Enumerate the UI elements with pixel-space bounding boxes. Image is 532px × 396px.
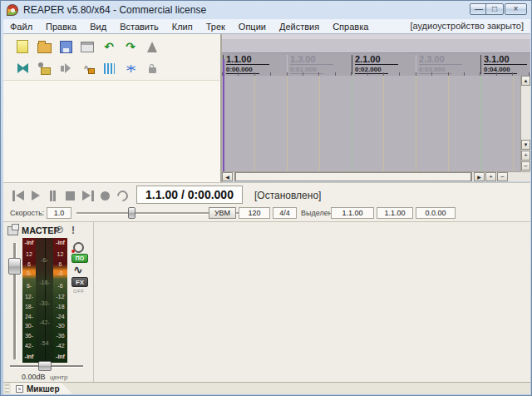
open-project-button[interactable]	[33, 38, 55, 55]
undo-button[interactable]: ↶	[98, 38, 120, 55]
time-signature-field[interactable]: 4/4	[273, 207, 297, 219]
track-list-empty-area[interactable]	[3, 80, 220, 183]
undo-icon: ↶	[104, 41, 114, 52]
grid-line	[416, 76, 416, 171]
envelope-lock-button[interactable]: ∿	[76, 60, 98, 77]
lock-button[interactable]	[141, 60, 163, 77]
go-to-end-icon	[91, 191, 94, 201]
record-button[interactable]	[97, 187, 113, 204]
envelope-icon[interactable]: ∿	[73, 264, 83, 275]
stop-button[interactable]	[62, 187, 78, 204]
reaper-logo-icon	[7, 4, 18, 16]
redo-button[interactable]: ↷	[120, 38, 141, 55]
project-settings-button[interactable]	[76, 38, 98, 55]
master-mute-icon[interactable]: ⊘	[55, 224, 64, 235]
selection-start-field[interactable]: 1.1.00	[331, 207, 374, 219]
selection-end-field[interactable]: 1.1.00	[377, 207, 413, 219]
menu-item-help[interactable]: Справка	[326, 21, 375, 32]
pan-slider-thumb[interactable]	[38, 361, 52, 371]
meter-scale: 0-	[22, 270, 36, 277]
bpm-mode-button[interactable]: УВМ	[209, 207, 236, 219]
routing-icon[interactable]	[7, 226, 18, 235]
media-explorer-button[interactable]	[33, 60, 55, 77]
menu-item-view[interactable]: Вид	[83, 21, 113, 32]
meter-scale: 42-	[22, 343, 36, 349]
lock-icon	[149, 67, 156, 73]
transport-position-display[interactable]: 1.1.00 / 0:00.000	[136, 186, 243, 204]
horizontal-scrollbar[interactable]: ◀ ▶ + −	[222, 171, 530, 181]
record-monitor-icon[interactable]	[73, 242, 84, 253]
save-project-button[interactable]	[55, 38, 76, 55]
rate-slider-thumb[interactable]	[128, 207, 135, 219]
grid-line	[319, 76, 320, 171]
metronome-button[interactable]	[141, 38, 163, 55]
vertical-scrollbar[interactable]: ▲ ▼ + −	[520, 76, 530, 171]
crossfade-button[interactable]	[12, 60, 33, 77]
scroll-right-button[interactable]: ▶	[474, 172, 485, 181]
repeat-button[interactable]	[115, 187, 131, 204]
envelope-lock-icon: ∿	[83, 63, 91, 73]
mono-button[interactable]: ПО	[71, 254, 88, 263]
menu-item-actions[interactable]: Действия	[273, 21, 326, 32]
play-button[interactable]	[27, 187, 43, 204]
edit-cursor[interactable]	[223, 59, 224, 171]
volume-readout[interactable]: 0.00dB	[22, 373, 46, 381]
timeline-ruler[interactable]: 1.1.00 0:00.000 1.3.00 0:01.000 2.1.00 0…	[222, 53, 530, 76]
menu-item-insert[interactable]: Вставить	[113, 21, 165, 32]
grid-line	[287, 76, 288, 171]
snap-toggle-button[interactable]: >|<	[120, 60, 141, 77]
titlebar[interactable]: REAPER v5.80/x64 - Commercial license — …	[1, 1, 531, 19]
close-button[interactable]: ×	[505, 3, 527, 15]
grid-toggle-button[interactable]	[98, 60, 120, 77]
go-to-end-icon	[82, 191, 91, 200]
meter-scale: 6-	[22, 283, 36, 290]
playback-status: [Остановлено]	[254, 190, 321, 201]
master-mute-button[interactable]	[55, 60, 76, 77]
scroll-up-button[interactable]: ▲	[521, 76, 530, 86]
volume-fader-thumb[interactable]	[8, 258, 21, 275]
menu-item-item[interactable]: Клип	[165, 21, 200, 32]
window-title: REAPER v5.80/x64 - Commercial license	[23, 4, 206, 16]
meter-scale: -30-	[36, 300, 53, 307]
docker-grip[interactable]	[5, 384, 9, 394]
go-to-end-button[interactable]	[80, 187, 96, 204]
master-solo-icon[interactable]: !	[71, 225, 75, 236]
go-to-start-button[interactable]	[10, 187, 26, 204]
bpm-field[interactable]: 120	[239, 207, 270, 219]
horizontal-scrollbar-thumb[interactable]	[234, 172, 472, 181]
pause-button[interactable]	[45, 187, 61, 204]
meter-scale: -18-	[36, 280, 53, 286]
meter-scale: -12	[53, 294, 67, 300]
ruler-mark: 3.1.00 0:04.000	[480, 55, 527, 74]
tab-close-icon[interactable]: ×	[16, 385, 23, 393]
zoom-in-horizontal-button[interactable]: +	[485, 172, 496, 181]
menu-item-file[interactable]: Файл	[3, 21, 39, 32]
meter-scale: -6	[53, 283, 67, 290]
rate-label: Скорость:	[10, 209, 44, 217]
save-floppy-icon	[60, 41, 72, 53]
pan-readout[interactable]: центр	[50, 374, 67, 381]
tab-mixer[interactable]: × Микшер	[11, 383, 73, 394]
rate-value-field[interactable]: 1.0	[47, 207, 71, 219]
zoom-out-vertical-button[interactable]: −	[521, 161, 530, 171]
arrange-grid[interactable]	[222, 76, 520, 171]
meter-scale: 12	[22, 251, 36, 258]
mixer-panel: МАСТЕР ⊘ ! -inf -inf 12 6 0- 6- 12- 18- …	[3, 221, 530, 382]
menu-item-edit[interactable]: Правка	[39, 21, 83, 32]
menu-item-track[interactable]: Трек	[200, 21, 232, 32]
meter-scale: -24	[53, 314, 67, 320]
zoom-out-horizontal-button[interactable]: −	[497, 172, 508, 181]
menu-item-options[interactable]: Опции	[232, 21, 273, 32]
zoom-in-vertical-button[interactable]: +	[521, 151, 530, 161]
selection-length-field[interactable]: 0.0.00	[416, 207, 456, 219]
speaker-icon	[65, 63, 71, 73]
new-project-button[interactable]	[12, 38, 33, 55]
scroll-down-button[interactable]: ▼	[521, 140, 530, 150]
meter-peak-right: -inf	[53, 240, 67, 246]
scroll-left-button[interactable]: ◀	[222, 172, 233, 181]
meter-scale: 6	[22, 261, 36, 268]
meter-scale: 30-	[22, 323, 36, 329]
maximize-button[interactable]: □	[485, 3, 504, 15]
fx-button[interactable]: FX	[71, 277, 88, 287]
stop-icon	[66, 191, 75, 200]
